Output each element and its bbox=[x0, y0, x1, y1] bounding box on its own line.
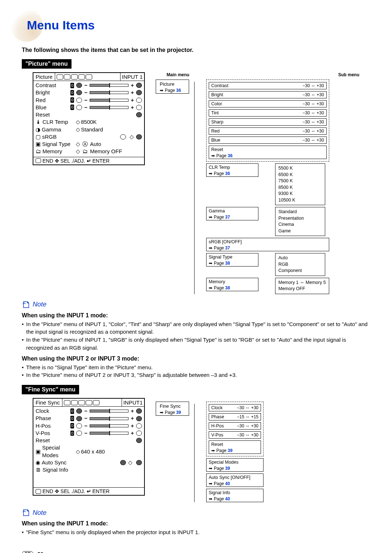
tree-main-picture: Picture Page 36 bbox=[156, 80, 189, 94]
enter-icon bbox=[87, 488, 91, 494]
minus-icon bbox=[76, 98, 82, 103]
page-link[interactable]: 38 bbox=[225, 261, 230, 266]
reset-icon bbox=[136, 112, 142, 117]
tree-autosync: Auto Sync [ON/OFF] Page 40 bbox=[206, 473, 264, 487]
minus-icon bbox=[76, 431, 82, 436]
page-link[interactable]: 37 bbox=[225, 245, 230, 251]
reset-icon bbox=[136, 438, 142, 443]
end-icon bbox=[36, 489, 41, 494]
plus-icon bbox=[136, 431, 142, 436]
tree-clock: Clock−30 ↔ +30 bbox=[209, 404, 261, 411]
page-link[interactable]: 36 bbox=[228, 153, 232, 158]
note-icon bbox=[22, 301, 30, 309]
row-signal: Signal Type bbox=[42, 141, 70, 148]
minus-icon bbox=[76, 423, 82, 428]
auto-icon: Ⓐ bbox=[82, 141, 88, 148]
tree-red: Red−30 ↔ +30 bbox=[209, 127, 327, 135]
tree-srgb: sRGB [ON/OFF] Page 37 bbox=[206, 238, 329, 251]
tree-color: Color−30 ↔ +30 bbox=[209, 100, 327, 107]
autosync-icon: ◉ bbox=[36, 459, 40, 466]
finesync-tree: Fine Sync Page 39 Clock−30 ↔ +30 Phase−1… bbox=[156, 402, 370, 502]
tree-reset: Reset Page 36 bbox=[209, 146, 327, 159]
plus-icon bbox=[136, 408, 142, 414]
plus-icon bbox=[136, 105, 142, 110]
memory-options: Memory 1 ↔ Memory 5 Memory OFF bbox=[275, 278, 329, 294]
tree-siginfo: Signal Info Page 40 bbox=[206, 489, 264, 502]
osd-input: INPUT1 bbox=[122, 399, 144, 406]
row-siginfo: Signal Info bbox=[42, 466, 68, 473]
page-link[interactable]: 38 bbox=[225, 285, 230, 290]
tab-icon bbox=[93, 400, 99, 405]
page-link[interactable]: 37 bbox=[225, 215, 230, 220]
memory-off-icon: 🗂 bbox=[82, 148, 88, 155]
tree-blue: Blue−30 ↔ +30 bbox=[209, 137, 327, 144]
page-link[interactable]: 39 bbox=[176, 410, 181, 415]
minus-icon bbox=[76, 90, 82, 95]
row-srgb: sRGB bbox=[42, 133, 57, 141]
finesync-menu-label: "Fine Sync" menu bbox=[22, 385, 79, 394]
page-link[interactable]: 39 bbox=[225, 466, 230, 471]
row-gamma: Gamma bbox=[42, 126, 61, 133]
picture-menu-label: "Picture" menu bbox=[22, 59, 72, 69]
page-link[interactable]: 36 bbox=[225, 171, 230, 176]
minus-icon bbox=[76, 408, 82, 414]
row-red: Red bbox=[36, 97, 68, 104]
plus-icon bbox=[136, 416, 142, 421]
note-heading-input1: When using the INPUT 1 mode: bbox=[22, 520, 370, 527]
osd-input: INPUT 1 bbox=[120, 73, 144, 81]
tree-bright: Bright−30 ↔ +30 bbox=[209, 91, 327, 98]
tree-vpos: V-Pos−30 ↔ +30 bbox=[209, 431, 261, 439]
page-link[interactable]: 36 bbox=[176, 88, 181, 93]
tree-memory: Memory Page 38 bbox=[206, 278, 258, 291]
memory-icon: 🗂 bbox=[36, 148, 41, 155]
tab-icon bbox=[78, 74, 85, 80]
tab-icon bbox=[78, 400, 85, 405]
tree-tint: Tint−30 ↔ +30 bbox=[209, 109, 327, 117]
plus-icon bbox=[136, 83, 142, 88]
gamma-options: Standard Presentation Cinema Game bbox=[275, 207, 325, 236]
tab-icon bbox=[86, 400, 92, 405]
note-bullet: In the "Picture" menu of INPUT 1, "sRGB"… bbox=[22, 336, 370, 352]
srgb-icon: ▢ bbox=[36, 133, 41, 141]
tree-phase: Phase−15 ↔ +15 bbox=[209, 413, 261, 420]
tree-clrtemp: CLR Temp Page 36 bbox=[206, 163, 258, 177]
row-memory: Memory bbox=[42, 148, 62, 155]
note-heading-input23: When using the INPUT 2 or INPUT 3 mode: bbox=[22, 355, 370, 362]
row-blue: Blue bbox=[36, 104, 68, 111]
note-icon bbox=[22, 509, 30, 517]
special-icon: ▣ bbox=[36, 448, 41, 455]
clrtemp-options: 5500 K 6500 K 7500 K 8500 K 9300 K 10500… bbox=[275, 163, 325, 205]
page-link[interactable]: 40 bbox=[225, 496, 230, 501]
toggle-icon bbox=[120, 460, 126, 465]
row-contrast: Contrast bbox=[36, 82, 68, 89]
tab-icon bbox=[64, 74, 70, 80]
tab-icon bbox=[64, 400, 70, 405]
page-number: -30 bbox=[36, 551, 44, 553]
gamma-icon: ◑ bbox=[36, 126, 40, 133]
note-label: Note bbox=[22, 509, 370, 517]
row-autosync: Auto Sync bbox=[42, 459, 66, 466]
minus-icon bbox=[76, 416, 82, 421]
page-link[interactable]: 39 bbox=[228, 448, 232, 453]
enter-icon bbox=[87, 158, 91, 164]
adjust-group: Clock−30 ↔ +30 Phase−15 ↔ +15 H-Pos−30 ↔… bbox=[206, 402, 264, 456]
tab-icon bbox=[86, 74, 92, 80]
row-clrtemp: CLR Temp bbox=[42, 118, 68, 126]
thermometer-icon: 🌡 bbox=[36, 118, 41, 126]
tab-icon bbox=[71, 74, 78, 80]
toggle-icon bbox=[136, 134, 142, 139]
page-link[interactable]: 40 bbox=[225, 481, 230, 486]
sub-menu-label: Sub menu bbox=[338, 72, 359, 77]
plus-icon bbox=[136, 90, 142, 95]
tree-hpos: H-Pos−30 ↔ +30 bbox=[209, 422, 261, 430]
page-footer: GB -30 bbox=[22, 551, 370, 553]
note-label: Note bbox=[22, 301, 370, 309]
page-title: Menu Items bbox=[27, 18, 370, 32]
row-phase: Phase bbox=[36, 415, 68, 422]
plus-icon bbox=[136, 423, 142, 428]
dpad-icon bbox=[55, 488, 59, 494]
info-icon: 🗎 bbox=[36, 466, 41, 473]
row-special: Special Modes bbox=[42, 444, 74, 459]
note-bullet: In the "Picture" menu of INPUT 2 or INPU… bbox=[22, 371, 370, 379]
main-menu-label: Main menu bbox=[167, 72, 189, 77]
